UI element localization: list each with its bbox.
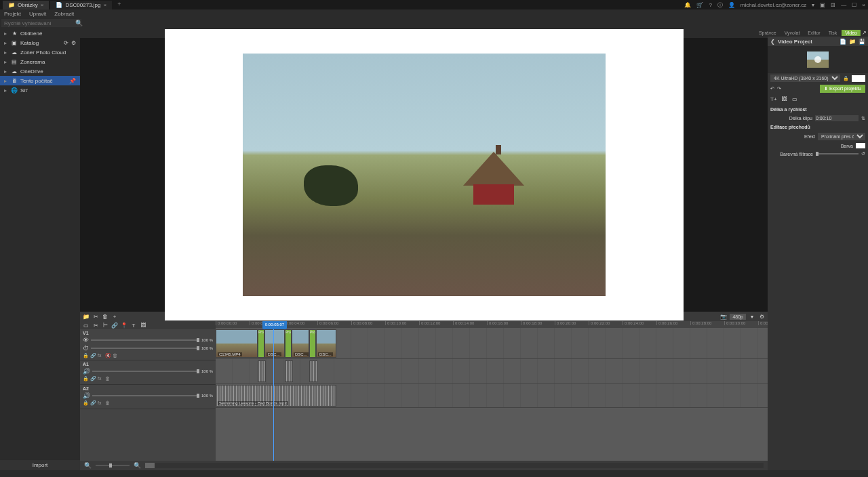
mute-icon[interactable]: 🔇 — [105, 353, 111, 358]
refresh-icon[interactable]: ⟳ — [64, 40, 68, 46]
mode-manager[interactable]: Správce — [755, 30, 780, 36]
curve-slider[interactable] — [816, 153, 859, 154]
redo-icon[interactable]: ↷ — [777, 86, 781, 91]
length-input[interactable] — [815, 115, 859, 121]
close-icon[interactable]: × — [104, 2, 107, 8]
delete-icon[interactable]: 🗑 — [102, 313, 108, 320]
link-icon[interactable]: 🔗 — [90, 376, 96, 381]
eye-icon[interactable]: 👁 — [83, 337, 89, 344]
external-icon[interactable]: ↗ — [862, 30, 867, 36]
tracks-area[interactable]: 0:00:00:00 0:00:02:00 0:00:04:00 0:00:06… — [216, 321, 768, 461]
audio-clip[interactable] — [285, 360, 293, 382]
link-icon[interactable]: 🔗 — [90, 400, 96, 406]
link-icon[interactable]: 🔗 — [90, 353, 96, 358]
close-window-icon[interactable]: × — [862, 2, 865, 8]
export-button[interactable]: ⬇ Export projektu — [820, 85, 865, 93]
timeline-scrollbar[interactable] — [145, 463, 764, 468]
lock-icon[interactable]: 🔒 — [843, 76, 849, 81]
zoom-out-icon[interactable]: 🔍 — [84, 462, 92, 469]
delete-icon[interactable]: 🗑 — [105, 400, 111, 406]
volume-slider[interactable] — [92, 395, 199, 396]
cut-tool-icon[interactable]: ✂ — [92, 322, 99, 329]
effect-select[interactable]: Prolínání přes čerň — [818, 133, 865, 140]
audio-clip[interactable] — [258, 360, 266, 382]
dropdown-icon[interactable]: ▾ — [812, 2, 814, 8]
info-icon[interactable]: ⓘ — [717, 1, 723, 9]
add-icon[interactable]: + — [111, 313, 118, 320]
undo-icon[interactable]: ↶ — [770, 86, 774, 91]
lock-icon[interactable]: 🔒 — [83, 353, 88, 358]
speaker-icon[interactable]: 🔊 — [83, 368, 90, 375]
open-icon[interactable]: 📁 — [849, 39, 856, 45]
video-clip[interactable]: DSC... — [264, 329, 285, 358]
tree-item-zoner-cloud[interactable]: ▸ ☁ Zoner Photo Cloud — [0, 47, 80, 57]
zoom-in-icon[interactable]: 🔍 — [134, 462, 141, 469]
tree-item-onedrive[interactable]: ▸ ☁ OneDrive — [0, 66, 80, 76]
menu-edit[interactable]: Upravit — [29, 11, 46, 17]
link-icon[interactable]: 🔗 — [111, 322, 118, 329]
delete-icon[interactable]: 🗑 — [113, 353, 118, 358]
lock-icon[interactable]: 🔒 — [83, 376, 88, 381]
import-button[interactable]: Import — [0, 460, 80, 470]
speaker-icon[interactable]: 🔊 — [83, 392, 90, 399]
back-icon[interactable]: ❮ — [770, 39, 775, 45]
camera-icon[interactable]: 📷 — [720, 313, 727, 320]
user-email[interactable]: michal.dovrtel.cz@zoner.cz — [741, 2, 807, 8]
track-a2[interactable]: Swimming Lessons - Bad Bonds.mp3 — [216, 383, 768, 408]
speed-icon[interactable]: ⏱ — [83, 345, 89, 352]
lock-icon[interactable]: 🔒 — [83, 400, 88, 406]
tab-images[interactable]: 📁 Obrázky × — [3, 1, 49, 9]
audio-clip[interactable]: Swimming Lessons - Bad Bonds.mp3 — [216, 385, 336, 407]
delete-icon[interactable]: 🗑 — [105, 376, 111, 381]
search-icon[interactable]: 🔍 — [75, 20, 83, 26]
fx-icon[interactable]: fx — [98, 400, 103, 406]
select-tool-icon[interactable]: ▭ — [83, 322, 90, 329]
chevron-down-icon[interactable]: ▾ — [749, 313, 755, 320]
mode-develop[interactable]: Vyvolat — [781, 30, 804, 36]
add-tab-button[interactable]: + — [113, 1, 125, 9]
grid-icon[interactable]: ⊞ — [831, 2, 835, 8]
help-icon[interactable]: ? — [709, 2, 711, 8]
bell-icon[interactable]: 🔔 — [684, 2, 691, 8]
new-icon[interactable]: 📄 — [840, 39, 846, 45]
scrollbar-thumb[interactable] — [145, 463, 155, 468]
tree-item-zonerama[interactable]: ▸ ▤ Zonerama — [0, 57, 80, 66]
snap-icon[interactable]: ⊢ — [102, 322, 108, 329]
tab-file[interactable]: 📄 DSC00273.jpg × — [50, 1, 112, 9]
minimize-icon[interactable]: — — [841, 2, 846, 8]
mode-editor[interactable]: Editor — [804, 30, 823, 36]
layout-icon[interactable]: ▣ — [820, 2, 825, 8]
playhead[interactable]: 0:00:03:07 — [273, 321, 274, 461]
stepper-icon[interactable]: ⇅ — [861, 116, 865, 121]
settings-icon[interactable]: ⚙ — [758, 313, 765, 320]
folder-icon[interactable]: 📁 — [83, 313, 90, 320]
mode-print[interactable]: Tisk — [825, 30, 841, 36]
image-tool-icon[interactable]: 🖼 — [781, 96, 788, 103]
resolution-badge[interactable]: 480p — [730, 314, 746, 320]
menu-view[interactable]: Zobrazit — [54, 11, 74, 17]
marker-icon[interactable]: 📍 — [121, 322, 127, 329]
menu-project[interactable]: Projekt — [4, 11, 21, 17]
reset-icon[interactable]: ↺ — [861, 151, 865, 157]
audio-clip[interactable] — [309, 360, 317, 382]
fx-icon[interactable]: fx — [98, 353, 103, 358]
transition-clip[interactable]: Pro — [309, 329, 316, 358]
color-box[interactable] — [852, 75, 865, 82]
track-v1[interactable]: C1345.MP4 Pro DSC... Pro DSC... Pro DSC.… — [216, 328, 768, 359]
maximize-icon[interactable]: ☐ — [852, 2, 856, 8]
text-tool-icon[interactable]: T+ — [770, 96, 777, 103]
opacity-slider[interactable] — [91, 339, 199, 341]
tree-item-network[interactable]: ▸ 🌐 Síť — [0, 85, 80, 95]
timeline-zoom-slider[interactable] — [96, 465, 130, 466]
video-clip[interactable]: DSC... — [316, 329, 336, 358]
speed-slider[interactable] — [91, 348, 199, 349]
gear-icon[interactable]: ⚙ — [71, 40, 76, 46]
close-icon[interactable]: × — [41, 2, 44, 8]
cart-icon[interactable]: 🛒 — [696, 2, 703, 8]
mode-video[interactable]: Video — [842, 30, 861, 36]
text-icon[interactable]: T — [130, 322, 137, 329]
transition-clip[interactable]: Pro — [285, 329, 292, 358]
tree-item-favorites[interactable]: ▸ ★ Oblíbené — [0, 28, 80, 38]
cut-icon[interactable]: ✂ — [92, 313, 99, 320]
video-clip[interactable]: C1345.MP4 — [216, 329, 258, 358]
